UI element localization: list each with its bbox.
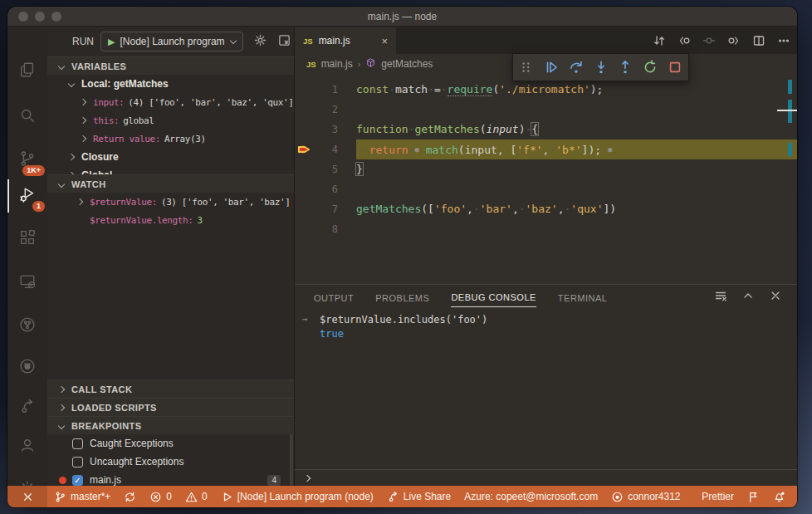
status-feedback[interactable]	[741, 486, 766, 507]
code-line-8[interactable]: 8	[295, 219, 797, 239]
start-debug-icon[interactable]: ▶	[108, 37, 115, 47]
code-line-6[interactable]: 6	[295, 179, 797, 199]
previous-change-icon[interactable]	[677, 34, 691, 47]
breadcrumb-file[interactable]: main.js	[321, 58, 353, 70]
breakpoint-row[interactable]: Uncaught Exceptions	[47, 453, 294, 471]
activity-item-git-graph[interactable]	[7, 308, 47, 345]
code-line-5[interactable]: 5}	[295, 159, 797, 179]
open-changes-icon[interactable]	[653, 34, 666, 47]
debug-console-output[interactable]: →$returnValue.includes('foo')true	[295, 311, 797, 469]
token-sp	[419, 144, 426, 156]
status-prettier[interactable]: Prettier	[695, 486, 741, 507]
step-out-button[interactable]	[617, 58, 634, 76]
breakpoint-row[interactable]: Caught Exceptions	[47, 434, 294, 453]
github-ring-icon	[611, 491, 624, 503]
variable-row[interactable]: Local: getMatches	[47, 75, 294, 93]
section-breakpoints[interactable]: BREAKPOINTS	[47, 416, 294, 434]
activity-item-search[interactable]	[7, 99, 47, 135]
current-change-icon[interactable]	[702, 34, 716, 47]
breakpoint-checkbox[interactable]	[72, 457, 83, 467]
watch-row[interactable]: $returnValue:(3) ['foo', 'bar', 'baz']	[47, 193, 294, 211]
status-azure-account[interactable]: Azure: copeet@microsoft.com	[457, 486, 604, 507]
minimize-window-button[interactable]	[35, 12, 45, 22]
status-remote-indicator[interactable]	[7, 486, 47, 507]
status-notifications[interactable]	[766, 486, 792, 507]
code-editor[interactable]: 1const·match·=·require('./micromatch');2…	[295, 74, 797, 284]
step-into-button[interactable]	[592, 58, 609, 76]
section-watch[interactable]: WATCH	[47, 174, 294, 193]
panel-tab-debug-console[interactable]: DEBUG CONSOLE	[451, 287, 536, 307]
section-call-stack[interactable]: CALL STACK	[47, 379, 294, 398]
line-number[interactable]: 3	[295, 120, 338, 140]
section-variables[interactable]: VARIABLES	[47, 56, 294, 75]
watch-row[interactable]: $returnValue.length:3	[47, 211, 294, 229]
activity-item-live-share[interactable]	[7, 389, 47, 426]
stop-button[interactable]	[666, 58, 683, 76]
breakpoint-checkbox[interactable]	[72, 438, 83, 449]
continue-button[interactable]	[543, 58, 560, 76]
overview-ruler[interactable]	[784, 74, 797, 284]
line-number[interactable]: 4	[295, 140, 338, 159]
line-number[interactable]: 6	[295, 179, 338, 199]
panel-tabs: OUTPUTPROBLEMSDEBUG CONSOLETERMINAL	[314, 285, 607, 310]
variable-row[interactable]: input:(4) ['foo', 'bar', 'baz', 'qux']	[47, 93, 294, 111]
tab-main-js[interactable]: JS main.js ×	[295, 27, 396, 54]
activity-item-extensions[interactable]	[7, 221, 47, 257]
variable-row[interactable]: Return value:Array(3)	[47, 130, 294, 148]
title-bar[interactable]: main.js — node	[7, 7, 797, 27]
status-github-account[interactable]: connor4312	[604, 486, 687, 507]
close-panel-icon[interactable]	[769, 289, 782, 306]
code-line-1[interactable]: 1const·match·=·require('./micromatch');	[295, 80, 797, 100]
variable-row[interactable]: this:global	[47, 111, 294, 130]
maximize-window-button[interactable]	[51, 12, 61, 22]
restart-button[interactable]	[642, 58, 659, 76]
open-debug-console-icon[interactable]	[277, 33, 291, 50]
clear-console-icon[interactable]	[714, 289, 727, 306]
code-line-4[interactable]: 4··return·● match(input,·['f*',·'b*']); …	[295, 140, 797, 159]
variable-row[interactable]: Closure	[47, 148, 294, 166]
status-sync[interactable]	[117, 486, 143, 507]
status-warnings[interactable]: 0	[179, 486, 214, 507]
panel-tab-terminal[interactable]: TERMINAL	[558, 288, 608, 307]
breadcrumb-symbol[interactable]: getMatches	[381, 58, 433, 70]
activity-item-run-and-debug[interactable]: 1	[7, 178, 47, 214]
split-editor-icon[interactable]	[752, 34, 766, 47]
debug-toolbar[interactable]	[512, 53, 689, 81]
js-file-icon: JS	[306, 60, 316, 69]
line-number[interactable]: 1	[295, 80, 338, 100]
debug-settings-gear-icon[interactable]	[253, 33, 267, 50]
chevron-right-icon	[80, 99, 86, 105]
launch-config-dropdown[interactable]: ▶ [Node] Launch program	[100, 32, 243, 51]
close-tab-icon[interactable]: ×	[381, 35, 388, 47]
code-line-3[interactable]: 3function·getMatches(input)·{	[295, 120, 797, 140]
activity-item-github[interactable]	[7, 350, 47, 386]
code-line-7[interactable]: 7getMatches(['foo',·'bar',·'baz',·'qux']…	[295, 199, 797, 219]
activity-item-source-control[interactable]: 1K+	[7, 142, 47, 179]
line-number[interactable]: 7	[295, 199, 338, 219]
line-number[interactable]: 5	[295, 159, 338, 179]
code-text: ··return·● match(input,·['f*',·'b*']); ●	[356, 140, 612, 160]
line-number[interactable]: 8	[295, 219, 338, 239]
line-number[interactable]: 2	[295, 100, 338, 120]
activity-item-explorer[interactable]	[7, 53, 47, 90]
more-actions-icon[interactable]	[777, 34, 790, 47]
panel-tab-output[interactable]: OUTPUT	[314, 288, 354, 307]
warning-icon	[185, 491, 198, 503]
status-debug-launch[interactable]: [Node] Launch program (node)	[214, 486, 380, 507]
activity-item-accounts[interactable]	[7, 428, 47, 465]
remote-angles-icon	[22, 491, 34, 503]
section-loaded-scripts[interactable]: LOADED SCRIPTS	[47, 398, 294, 416]
status-live-share[interactable]: Live Share	[380, 486, 457, 507]
debug-console-input[interactable]	[295, 469, 797, 486]
breakpoint-checkbox[interactable]: ✓	[72, 475, 83, 486]
code-line-2[interactable]: 2	[295, 100, 797, 120]
ruler-mark	[788, 143, 792, 156]
step-over-button[interactable]	[567, 58, 585, 76]
activity-item-remote-explorer[interactable]	[7, 265, 47, 301]
collapse-panel-icon[interactable]	[741, 289, 755, 306]
next-change-icon[interactable]	[727, 34, 741, 47]
close-window-button[interactable]	[18, 12, 28, 22]
status-errors[interactable]: 0	[143, 486, 179, 507]
panel-tab-problems[interactable]: PROBLEMS	[375, 288, 429, 307]
status-git-branch[interactable]: master*+	[47, 486, 117, 507]
